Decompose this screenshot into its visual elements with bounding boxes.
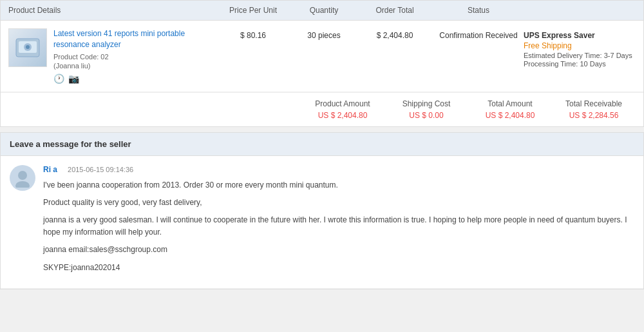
total-receivable-value: US $ 2,284.56	[552, 111, 636, 120]
shipping-processing: Processing Time: 10 Days	[524, 60, 636, 68]
order-total-cell: $ 2,404.80	[356, 28, 433, 40]
shipping-cell: UPS Express Saver Free Shipping Estimate…	[524, 28, 636, 68]
header-product: Product Details	[8, 6, 214, 15]
message-line5: SKYPE:joanna202014	[43, 262, 634, 274]
total-shipping-cost: Shipping Cost US $ 0.00	[384, 99, 468, 120]
total-amount-value: US $ 2,404.80	[468, 111, 552, 120]
header-order-total: Order Total	[356, 6, 433, 15]
message-line1: I've been joanna cooperation from 2013. …	[43, 179, 634, 191]
svg-point-4	[18, 171, 27, 180]
message-section-header: Leave a message for the seller	[1, 133, 643, 156]
message-avatar	[10, 165, 35, 191]
product-seller: (Joanna liu)	[53, 62, 214, 70]
total-product-amount: Product Amount US $ 2,404.80	[301, 99, 384, 120]
message-line4: joanna email:sales@sschgroup.com	[43, 244, 634, 256]
message-line2: Product quality is very good, very fast …	[43, 197, 634, 209]
total-receivable-label: Total Receivable	[552, 99, 636, 108]
svg-point-3	[26, 45, 30, 49]
page-wrapper: Product Details Price Per Unit Quantity …	[0, 0, 644, 289]
status-cell: Confirmation Received	[433, 28, 524, 40]
product-thumbnail-svg	[14, 34, 42, 62]
shipping-cost-label: Shipping Cost	[384, 99, 468, 108]
product-amount-value: US $ 2,404.80	[301, 111, 384, 120]
total-amount: Total Amount US $ 2,404.80	[468, 99, 552, 120]
product-image	[8, 28, 47, 67]
product-icons: 🕐 📷	[53, 73, 214, 84]
shipping-name: UPS Express Saver	[524, 31, 636, 40]
message-section: Leave a message for the seller Ri a 2015…	[0, 132, 644, 289]
totals-row: Product Amount US $ 2,404.80 Shipping Co…	[1, 92, 643, 126]
message-text: I've been joanna cooperation from 2013. …	[43, 179, 634, 274]
product-details-cell: Latest version 41 reports mini portable …	[8, 28, 214, 84]
table-header: Product Details Price Per Unit Quantity …	[1, 1, 643, 21]
shipping-free: Free Shipping	[524, 41, 636, 50]
header-price: Price Per Unit	[214, 6, 292, 15]
header-status: Status	[433, 6, 524, 15]
total-receivable: Total Receivable US $ 2,284.56	[552, 99, 636, 120]
camera-icon[interactable]: 📷	[68, 73, 79, 84]
total-amount-label: Total Amount	[468, 99, 552, 108]
product-code: Product Code: 02	[53, 53, 214, 61]
product-table-section: Product Details Price Per Unit Quantity …	[0, 0, 644, 127]
shipping-cost-value: US $ 0.00	[384, 111, 468, 120]
header-quantity: Quantity	[292, 6, 356, 15]
price-cell: $ 80.16	[214, 28, 292, 40]
product-image-placeholder	[9, 29, 46, 66]
quantity-cell: 30 pieces	[292, 28, 356, 40]
shipping-delivery: Estimated Delivery Time: 3-7 Days	[524, 52, 636, 59]
product-link[interactable]: Latest version 41 reports mini portable …	[53, 28, 214, 50]
message-line3: joanna is a very good salesman. I will c…	[43, 214, 634, 239]
avatar-svg	[13, 168, 32, 188]
product-row: Latest version 41 reports mini portable …	[1, 21, 643, 92]
product-info: Latest version 41 reports mini portable …	[53, 28, 214, 84]
message-item: Ri a 2015-06-15 09:14:36 I've been joann…	[1, 156, 643, 289]
clock-icon[interactable]: 🕐	[53, 73, 64, 84]
product-amount-label: Product Amount	[301, 99, 384, 108]
message-body: Ri a 2015-06-15 09:14:36 I've been joann…	[43, 165, 634, 279]
message-meta: Ri a 2015-06-15 09:14:36	[43, 165, 634, 174]
message-author: Ri a	[43, 165, 57, 174]
message-time: 2015-06-15 09:14:36	[68, 166, 133, 173]
svg-point-5	[15, 181, 30, 188]
totals-inner: Product Amount US $ 2,404.80 Shipping Co…	[301, 99, 636, 120]
